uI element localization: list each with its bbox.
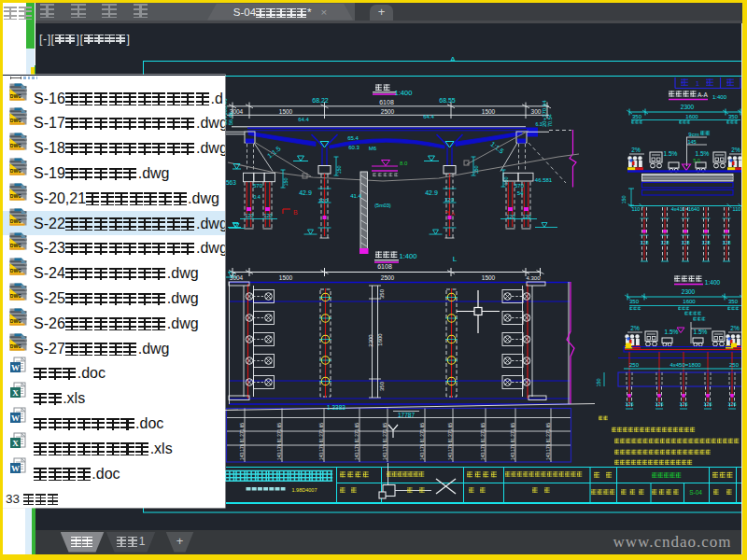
svg-text:M6: M6 — [369, 146, 377, 151]
svg-text:1:400: 1:400 — [705, 279, 721, 286]
svg-text:S-04: S-04 — [689, 489, 702, 496]
svg-text:A-A: A-A — [698, 91, 709, 98]
svg-text:110: 110 — [632, 206, 641, 212]
svg-text:0.4: 0.4 — [253, 194, 261, 200]
svg-text:(5m03): (5m03) — [374, 203, 391, 208]
svg-text:150: 150 — [473, 165, 479, 174]
svg-text:1.3383: 1.3383 — [327, 404, 345, 411]
svg-text:60.3: 60.3 — [348, 145, 359, 150]
svg-text:140.176 81.271.65: 140.176 81.271.65 — [355, 423, 359, 460]
svg-text:X: X — [12, 439, 19, 448]
svg-text:128: 128 — [660, 240, 669, 245]
svg-text:6108: 6108 — [377, 263, 392, 270]
svg-text:140.176 81.271.65: 140.176 81.271.65 — [240, 423, 245, 460]
svg-text:2%: 2% — [731, 147, 740, 153]
svg-text:6.3: 6.3 — [536, 121, 543, 127]
svg-text:350: 350 — [629, 299, 640, 304]
svg-text:A: A — [450, 55, 456, 63]
svg-text:W: W — [11, 363, 20, 372]
svg-text:150: 150 — [336, 165, 342, 174]
svg-text:8.0: 8.0 — [400, 161, 408, 166]
svg-text:L: L — [453, 255, 458, 263]
svg-text:145: 145 — [687, 139, 696, 145]
svg-text:2%: 2% — [630, 325, 640, 331]
svg-text:DWG: DWG — [9, 168, 21, 174]
svg-text:1600: 1600 — [685, 114, 698, 119]
svg-text:120: 120 — [245, 213, 253, 218]
svg-text:140.176 81.271.65: 140.176 81.271.65 — [546, 423, 551, 460]
svg-text:126: 126 — [625, 401, 633, 407]
svg-text:120: 120 — [318, 198, 329, 203]
svg-text:126: 126 — [679, 401, 687, 407]
svg-text:120: 120 — [263, 213, 272, 218]
svg-text:128: 128 — [722, 240, 730, 245]
svg-text:42.9: 42.9 — [425, 189, 438, 196]
svg-text:X: X — [12, 388, 19, 398]
svg-text:128: 128 — [701, 240, 710, 245]
svg-text:DWG: DWG — [9, 119, 21, 124]
svg-text:1.5%: 1.5% — [664, 150, 678, 157]
svg-text:150: 150 — [621, 195, 627, 203]
svg-text:1500: 1500 — [279, 108, 293, 115]
svg-text:DWG: DWG — [9, 318, 21, 324]
svg-text:3004: 3004 — [230, 274, 244, 281]
svg-text:B: B — [293, 209, 298, 216]
svg-text:DWG: DWG — [9, 93, 21, 99]
svg-text:140.176 81.271.65: 140.176 81.271.65 — [383, 423, 388, 460]
svg-text:126: 126 — [727, 401, 736, 407]
svg-text:1600: 1600 — [377, 333, 383, 346]
svg-text:140.176 81.271.65: 140.176 81.271.65 — [481, 423, 486, 460]
svg-text:DWG: DWG — [9, 244, 21, 249]
svg-text:DWG: DWG — [9, 193, 21, 199]
svg-text:1500: 1500 — [482, 108, 496, 115]
svg-text:140.176 81.271.65: 140.176 81.271.65 — [277, 423, 282, 460]
svg-text:1600: 1600 — [683, 299, 696, 304]
svg-text:120: 120 — [506, 214, 514, 219]
svg-text:126: 126 — [655, 401, 663, 407]
svg-text:46.581: 46.581 — [535, 177, 553, 183]
svg-text:128: 128 — [681, 240, 689, 245]
svg-text:68.22: 68.22 — [312, 97, 329, 104]
svg-text:1.5%: 1.5% — [694, 329, 708, 335]
svg-text:17787: 17787 — [398, 412, 415, 418]
svg-text:42.9: 42.9 — [299, 189, 312, 196]
svg-text:68.55: 68.55 — [439, 97, 456, 104]
svg-text:570: 570 — [253, 183, 263, 189]
svg-text:150: 150 — [596, 378, 601, 386]
svg-text:A: A — [451, 211, 455, 217]
svg-text:41.4: 41.4 — [350, 193, 361, 199]
svg-text:140.176 81.271.65: 140.176 81.271.65 — [420, 423, 425, 460]
svg-text:56.46: 56.46 — [228, 112, 233, 125]
svg-text:128: 128 — [640, 240, 648, 245]
svg-text:250: 250 — [629, 362, 640, 368]
svg-text:110: 110 — [733, 206, 741, 212]
svg-text:2300: 2300 — [682, 288, 696, 295]
svg-text:140.176 81.271.65: 140.176 81.271.65 — [511, 423, 515, 460]
svg-text:140.176 81.271.65: 140.176 81.271.65 — [448, 423, 453, 460]
svg-text:64.4: 64.4 — [298, 117, 309, 122]
svg-text:2300: 2300 — [368, 334, 374, 347]
svg-text:2%: 2% — [730, 325, 740, 331]
svg-text:300: 300 — [531, 108, 542, 115]
svg-text:2500: 2500 — [381, 274, 395, 281]
svg-text:W: W — [11, 464, 20, 473]
svg-text:563: 563 — [226, 179, 236, 186]
svg-text:DWG: DWG — [9, 293, 21, 299]
svg-text:2%: 2% — [631, 147, 641, 153]
svg-text:120: 120 — [522, 214, 530, 219]
svg-text:1500: 1500 — [279, 274, 293, 281]
svg-text:120: 120 — [444, 197, 455, 203]
svg-text:2300: 2300 — [681, 104, 695, 110]
svg-text:9cm: 9cm — [688, 132, 698, 137]
svg-text:126: 126 — [703, 401, 712, 407]
svg-text:64.4: 64.4 — [423, 114, 434, 119]
svg-text:350: 350 — [728, 114, 739, 119]
svg-text:150: 150 — [283, 177, 289, 186]
svg-text:350: 350 — [379, 288, 385, 299]
svg-text:1.5%: 1.5% — [696, 150, 710, 157]
svg-text:570: 570 — [514, 183, 525, 189]
svg-text:5.0: 5.0 — [693, 158, 700, 163]
svg-text:350: 350 — [632, 114, 642, 119]
svg-text:1500: 1500 — [482, 274, 496, 281]
svg-text:DWG: DWG — [9, 343, 21, 349]
